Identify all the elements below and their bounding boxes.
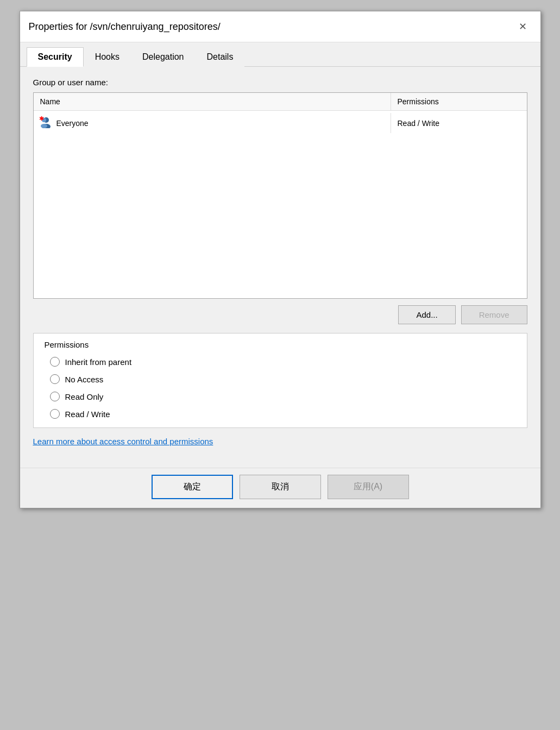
user-list[interactable]: Name Permissions ✱ Everyone bbox=[33, 92, 527, 299]
user-icon: ✱ bbox=[40, 116, 52, 130]
remove-button[interactable]: Remove bbox=[461, 305, 527, 324]
apply-button[interactable]: 应用(A) bbox=[328, 475, 409, 499]
row-name: ✱ Everyone bbox=[34, 113, 391, 133]
tab-delegation[interactable]: Delegation bbox=[131, 47, 196, 67]
radio-readwrite[interactable]: Read / Write bbox=[50, 409, 516, 419]
buttons-row: Add... Remove bbox=[33, 305, 527, 324]
add-button[interactable]: Add... bbox=[398, 305, 455, 324]
header-permissions: Permissions bbox=[391, 93, 527, 110]
radio-noaccess-input[interactable] bbox=[50, 374, 60, 384]
tab-details[interactable]: Details bbox=[196, 47, 245, 67]
svg-point-3 bbox=[41, 124, 47, 128]
ok-button[interactable]: 确定 bbox=[152, 475, 233, 499]
title-bar: Properties for /svn/chenruiyang_reposito… bbox=[20, 11, 540, 42]
radio-readwrite-input[interactable] bbox=[50, 409, 60, 419]
cancel-button[interactable]: 取消 bbox=[240, 475, 321, 499]
group-label: Group or user name: bbox=[33, 78, 527, 87]
radio-noaccess[interactable]: No Access bbox=[50, 374, 516, 384]
permissions-title: Permissions bbox=[45, 340, 516, 349]
dialog-title: Properties for /svn/chenruiyang_reposito… bbox=[29, 21, 221, 33]
close-button[interactable]: ✕ bbox=[514, 18, 532, 35]
permissions-section: Permissions Inherit from parent No Acces… bbox=[33, 333, 527, 428]
dialog-footer: 确定 取消 应用(A) bbox=[20, 468, 540, 508]
tab-bar: Security Hooks Delegation Details bbox=[20, 42, 540, 67]
radio-inherit-input[interactable] bbox=[50, 357, 60, 367]
radio-group: Inherit from parent No Access Read Only … bbox=[45, 357, 516, 419]
row-permissions: Read / Write bbox=[391, 116, 527, 131]
properties-dialog: Properties for /svn/chenruiyang_reposito… bbox=[20, 11, 541, 508]
radio-inherit[interactable]: Inherit from parent bbox=[50, 357, 516, 367]
list-header: Name Permissions bbox=[34, 93, 527, 111]
header-name: Name bbox=[34, 93, 391, 110]
table-row[interactable]: ✱ Everyone Read / Write bbox=[34, 111, 527, 135]
tab-security[interactable]: Security bbox=[27, 47, 84, 67]
tab-hooks[interactable]: Hooks bbox=[84, 47, 131, 67]
learn-more-link[interactable]: Learn more about access control and perm… bbox=[33, 437, 213, 446]
asterisk-icon: ✱ bbox=[39, 115, 44, 122]
radio-readonly[interactable]: Read Only bbox=[50, 392, 516, 401]
content-area: Group or user name: Name Permissions ✱ bbox=[20, 67, 540, 468]
radio-readonly-input[interactable] bbox=[50, 392, 60, 401]
